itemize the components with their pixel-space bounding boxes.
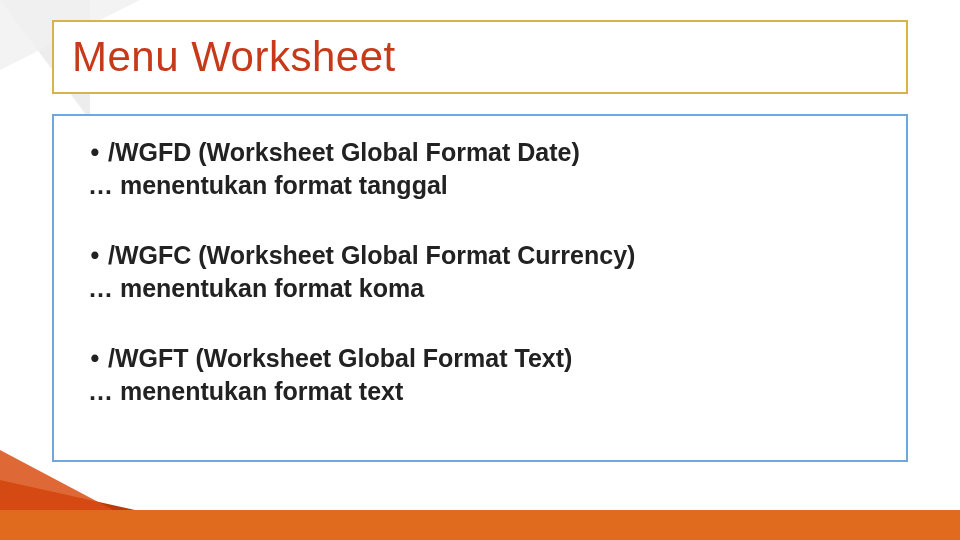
- command-text: /WGFT (Worksheet Global Format Text): [108, 344, 572, 372]
- description-text: … menentukan format tanggal: [82, 169, 878, 202]
- decor-bottom-bar: [0, 510, 960, 540]
- command-text: /WGFD (Worksheet Global Format Date): [108, 138, 580, 166]
- bullet-icon: •: [82, 136, 108, 169]
- bullet-icon: •: [82, 239, 108, 272]
- list-item: •/WGFC (Worksheet Global Format Currency…: [82, 239, 878, 304]
- command-line: •/WGFD (Worksheet Global Format Date): [82, 136, 878, 169]
- description-text: … menentukan format koma: [82, 272, 878, 305]
- page-title: Menu Worksheet: [72, 33, 396, 81]
- command-text: /WGFC (Worksheet Global Format Currency): [108, 241, 635, 269]
- description-text: … menentukan format text: [82, 375, 878, 408]
- list-item: •/WGFD (Worksheet Global Format Date) … …: [82, 136, 878, 201]
- list-item: •/WGFT (Worksheet Global Format Text) … …: [82, 342, 878, 407]
- command-line: •/WGFT (Worksheet Global Format Text): [82, 342, 878, 375]
- content-container: •/WGFD (Worksheet Global Format Date) … …: [52, 114, 908, 462]
- command-line: •/WGFC (Worksheet Global Format Currency…: [82, 239, 878, 272]
- bullet-icon: •: [82, 342, 108, 375]
- title-container: Menu Worksheet: [52, 20, 908, 94]
